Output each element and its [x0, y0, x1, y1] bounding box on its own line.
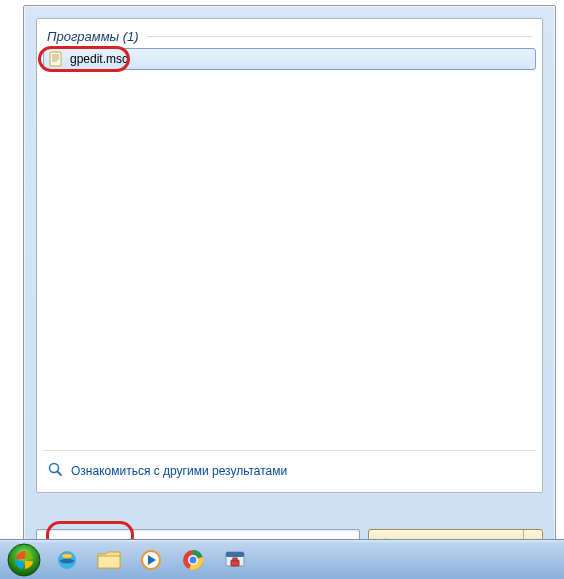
svg-line-6 — [58, 472, 62, 476]
system-tool-icon[interactable] — [215, 544, 255, 576]
svg-point-15 — [190, 556, 197, 563]
result-label: gpedit.msc — [70, 52, 128, 66]
more-results-link[interactable]: Ознакомиться с другими результатами — [43, 457, 536, 484]
wmp-icon[interactable] — [131, 544, 171, 576]
msc-document-icon — [48, 51, 64, 67]
search-icon — [47, 461, 63, 480]
svg-rect-10 — [98, 556, 120, 568]
section-title: Программы (1) — [47, 29, 139, 44]
search-results-panel: Программы (1) gpedit.msc — [36, 18, 543, 493]
explorer-icon[interactable] — [89, 544, 129, 576]
svg-rect-19 — [233, 558, 237, 561]
start-menu-panel: Программы (1) gpedit.msc — [23, 5, 556, 574]
start-button[interactable] — [2, 540, 46, 580]
svg-point-9 — [62, 553, 72, 557]
taskbar — [0, 539, 564, 579]
svg-rect-17 — [226, 552, 244, 557]
programs-section-header: Программы (1) — [43, 29, 536, 44]
results-separator — [43, 450, 536, 451]
chrome-icon[interactable] — [173, 544, 213, 576]
more-results-label: Ознакомиться с другими результатами — [71, 464, 287, 478]
search-result-gpedit[interactable]: gpedit.msc — [43, 48, 536, 70]
section-divider — [147, 36, 532, 37]
svg-point-7 — [8, 544, 40, 576]
ie-icon[interactable] — [47, 544, 87, 576]
results-spacer — [43, 70, 536, 444]
